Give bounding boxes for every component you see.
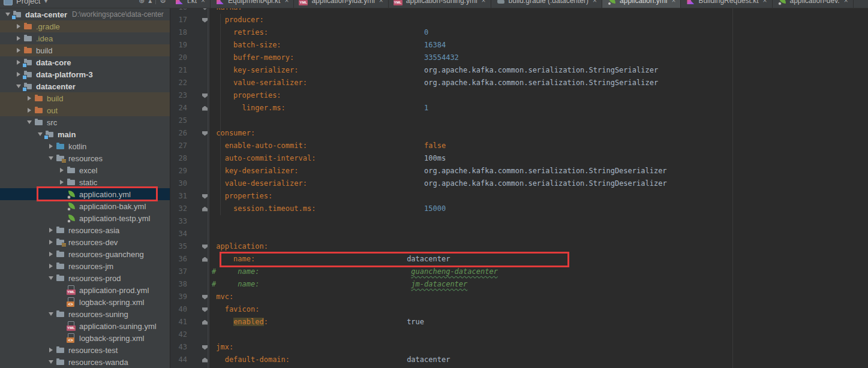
tree-row-kotlin[interactable]: kotlin bbox=[0, 140, 170, 152]
tab-build-gradle-datacenter-[interactable]: build.gradle (:datacenter)× bbox=[491, 0, 602, 8]
fold-marker-icon[interactable] bbox=[187, 354, 209, 366]
code-line-37[interactable]: 37# name: guancheng-datacenter bbox=[170, 266, 868, 278]
code-line-29[interactable]: 29 key-deserializer: org.apache.kafka.co… bbox=[170, 165, 868, 177]
tree-expand-open-icon[interactable] bbox=[46, 273, 56, 283]
code-line-23[interactable]: 23 properties: bbox=[170, 89, 868, 102]
tree-row-application-bak-yml[interactable]: application-bak.yml bbox=[0, 200, 170, 212]
code-line-40[interactable]: 40 favicon: bbox=[170, 303, 868, 316]
tab-application-dev-[interactable]: application-dev.× bbox=[773, 0, 854, 8]
editor-pane[interactable]: 16 kafka:17 producer:18 retries: 019 bat… bbox=[170, 0, 868, 368]
fold-marker-icon[interactable] bbox=[187, 316, 209, 328]
tree-expand-open-icon[interactable] bbox=[46, 153, 56, 163]
close-icon[interactable]: × bbox=[379, 0, 383, 5]
fold-marker-icon[interactable] bbox=[187, 291, 209, 303]
fold-marker-icon[interactable] bbox=[187, 89, 209, 102]
code-line-42[interactable]: 42 bbox=[170, 328, 868, 341]
tree-expand-closed-icon[interactable] bbox=[14, 46, 23, 55]
tree-expand-open-icon[interactable] bbox=[3, 10, 13, 19]
code-line-41[interactable]: 41 enabled: true bbox=[170, 316, 868, 328]
code-line-39[interactable]: 39 mvc: bbox=[170, 291, 868, 303]
tree-row-datacenter[interactable]: datacenter bbox=[0, 80, 170, 92]
code-line-34[interactable]: 34 bbox=[170, 228, 868, 240]
tab-t-kt[interactable]: t.kt× bbox=[170, 0, 211, 8]
tree-expand-open-icon[interactable] bbox=[35, 129, 45, 139]
fold-marker-icon[interactable] bbox=[187, 203, 209, 215]
tree-row-application-suning-yml[interactable]: YMLapplication-suning.yml bbox=[0, 320, 170, 332]
tree-row-build[interactable]: build bbox=[0, 44, 170, 56]
tree-expand-closed-icon[interactable] bbox=[46, 225, 56, 235]
fold-marker-icon[interactable] bbox=[187, 240, 209, 253]
tree-row-out[interactable]: out bbox=[0, 104, 170, 116]
tree-expand-open-icon[interactable] bbox=[14, 82, 23, 91]
tree-row-src[interactable]: src bbox=[0, 116, 170, 128]
tree-row-resources-suning[interactable]: resources-suning bbox=[0, 308, 170, 320]
code-line-28[interactable]: 28 auto-commit-interval: 100ms bbox=[170, 152, 868, 165]
fold-marker-icon[interactable] bbox=[187, 341, 209, 354]
code-line-17[interactable]: 17 producer: bbox=[170, 14, 868, 26]
tree-row-data-core[interactable]: data-core bbox=[0, 56, 170, 68]
tree-expand-closed-icon[interactable] bbox=[46, 237, 56, 247]
tree-row-application-testp-yml[interactable]: application-testp.yml bbox=[0, 212, 170, 224]
tree-expand-closed-icon[interactable] bbox=[46, 261, 56, 271]
tree-expand-closed-icon[interactable] bbox=[14, 70, 23, 79]
close-icon[interactable]: × bbox=[201, 0, 205, 5]
fold-marker-icon[interactable] bbox=[187, 190, 209, 203]
tab-application-yida-yml[interactable]: YMLapplication-yida.yml× bbox=[294, 0, 388, 8]
collapse-all-icon[interactable]: ▴ bbox=[148, 0, 152, 4]
tree-row-resources-wanda[interactable]: resources-wanda bbox=[0, 356, 170, 368]
tree-expand-closed-icon[interactable] bbox=[57, 177, 67, 187]
locate-file-icon[interactable]: ⊕ bbox=[139, 0, 145, 4]
tree-expand-closed-icon[interactable] bbox=[46, 141, 56, 151]
fold-marker-icon[interactable] bbox=[187, 253, 209, 266]
tree-expand-closed-icon[interactable] bbox=[46, 345, 56, 355]
tree-expand-closed-icon[interactable] bbox=[14, 22, 23, 31]
tree-expand-open-icon[interactable] bbox=[46, 357, 56, 367]
tree-row-resources[interactable]: resources bbox=[0, 152, 170, 164]
tab-application-yml[interactable]: application.yml× bbox=[602, 0, 681, 8]
code-line-27[interactable]: 27 enable-auto-commit: false bbox=[170, 140, 868, 152]
fold-marker-icon[interactable] bbox=[187, 14, 209, 26]
tree-row-logback-spring-xml[interactable]: <>logback-spring.xml bbox=[0, 296, 170, 308]
code-line-18[interactable]: 18 retries: 0 bbox=[170, 26, 868, 39]
code-line-35[interactable]: 35 application: bbox=[170, 240, 868, 253]
code-line-26[interactable]: 26 consumer: bbox=[170, 127, 868, 140]
close-icon[interactable]: × bbox=[284, 0, 289, 5]
gear-icon[interactable]: ⚙ bbox=[160, 0, 166, 4]
code-line-32[interactable]: 32 session.timeout.ms: 15000 bbox=[170, 203, 868, 215]
tree-row-main[interactable]: main bbox=[0, 128, 170, 140]
close-icon[interactable]: × bbox=[593, 0, 597, 5]
tree-row-resources-asia[interactable]: resources-asia bbox=[0, 224, 170, 236]
close-icon[interactable]: × bbox=[762, 0, 767, 5]
tab-application-suning-yml[interactable]: YMLapplication-suning.yml× bbox=[389, 0, 491, 8]
tree-expand-closed-icon[interactable] bbox=[57, 165, 67, 175]
tree-expand-closed-icon[interactable] bbox=[46, 249, 56, 259]
tree-row-resources-prod[interactable]: resources-prod bbox=[0, 272, 170, 284]
tree-row-resources-test[interactable]: resources-test bbox=[0, 344, 170, 356]
tree-expand-closed-icon[interactable] bbox=[25, 93, 34, 103]
tree-row-data-center[interactable]: data-centerD:\workingspace\data-center bbox=[0, 8, 170, 20]
tree-row-data-platform-3[interactable]: data-platform-3 bbox=[0, 68, 170, 80]
tree-expand-open-icon[interactable] bbox=[25, 117, 34, 127]
tree-row-resources-jm[interactable]: resources-jm bbox=[0, 260, 170, 272]
close-icon[interactable]: × bbox=[671, 0, 675, 5]
code-line-31[interactable]: 31 properties: bbox=[170, 190, 868, 203]
tree-row-resources-dev[interactable]: resources-dev bbox=[0, 236, 170, 248]
fold-marker-icon[interactable] bbox=[187, 127, 209, 140]
tree-expand-closed-icon[interactable] bbox=[14, 58, 23, 67]
tree-row--idea[interactable]: .idea bbox=[0, 32, 170, 44]
code-line-21[interactable]: 21 key-serializer: org.apache.kafka.comm… bbox=[170, 64, 868, 77]
tree-row-logback-spring-xml[interactable]: <>logback-spring.xml bbox=[0, 332, 170, 344]
tab-equipmentapi-kt[interactable]: EquipmentApi.kt× bbox=[211, 0, 294, 8]
chevron-down-icon[interactable]: ▾ bbox=[44, 0, 47, 4]
tree-expand-open-icon[interactable] bbox=[46, 309, 56, 319]
tab-buildingrequest-kt[interactable]: BuildingRequest.kt× bbox=[681, 0, 772, 8]
fold-marker-icon[interactable] bbox=[187, 303, 209, 316]
tree-expand-closed-icon[interactable] bbox=[25, 105, 34, 115]
code-line-43[interactable]: 43 jmx: bbox=[170, 341, 868, 354]
close-icon[interactable]: × bbox=[482, 0, 486, 5]
tree-row-excel[interactable]: excel bbox=[0, 164, 170, 176]
fold-marker-icon[interactable] bbox=[187, 102, 209, 114]
tree-row-resources-guancheng[interactable]: resources-guancheng bbox=[0, 248, 170, 260]
tree-expand-closed-icon[interactable] bbox=[14, 34, 23, 43]
code-line-24[interactable]: 24 linger.ms: 1 bbox=[170, 102, 868, 114]
